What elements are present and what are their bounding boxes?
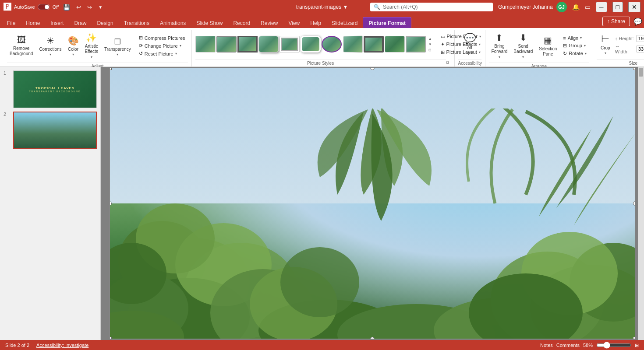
tab-slideshow[interactable]: Slide Show	[191, 18, 228, 28]
handle-mid-right[interactable]	[633, 201, 635, 206]
window-title: transparent-images ▼	[296, 4, 348, 10]
save-button[interactable]: 💾	[61, 3, 72, 11]
height-input[interactable]	[636, 35, 644, 42]
handle-bottom-center[interactable]	[370, 337, 375, 339]
slide-thumb-1[interactable]: 1 TROPICAL LEAVES TRANSPARENT BACKGROUND	[4, 70, 97, 108]
tab-transitions[interactable]: Transitions	[119, 18, 155, 28]
undo-button[interactable]: ↩	[74, 3, 83, 11]
artistic-effects-button[interactable]: ✨ ArtisticEffects ▾	[82, 31, 101, 61]
tab-picture-format[interactable]: Picture Format	[363, 17, 411, 28]
send-backward-icon: ⬇	[520, 32, 527, 43]
tab-record[interactable]: Record	[228, 18, 255, 28]
handle-bottom-left[interactable]	[110, 337, 112, 339]
comments-button[interactable]: Comments	[556, 343, 580, 348]
transparency-button[interactable]: ◻ Transparency ▾	[102, 34, 134, 58]
slide-info: Slide 2 of 2	[5, 343, 29, 348]
reset-pic-icon: ↺	[139, 51, 143, 56]
notifications-icon[interactable]: 🔔	[572, 4, 580, 10]
status-right: Notes Comments 58% ⊞	[540, 342, 639, 349]
adjust-group: 🖼 RemoveBackground ☀ Corrections ▾ 🎨 Col…	[4, 30, 192, 66]
crop-icon: ⊢	[601, 33, 609, 45]
remove-background-button[interactable]: 🖼 RemoveBackground	[7, 33, 35, 58]
style-10[interactable]	[385, 36, 405, 52]
style-5[interactable]	[280, 36, 300, 52]
compress-pictures-button[interactable]: ⊞ Compress Pictures	[136, 34, 188, 42]
tropical-image[interactable]	[110, 68, 635, 339]
rotate-icon: ↻	[563, 51, 567, 56]
style-4[interactable]	[258, 36, 279, 52]
tab-animations[interactable]: Animations	[155, 18, 191, 28]
fit-slide-button[interactable]: ⊞	[635, 343, 639, 348]
gallery-more-button[interactable]: ⊟	[427, 47, 434, 52]
picture-styles-gallery: ▲ ▼ ⊟	[195, 36, 434, 52]
height-label: ↕ Height:	[615, 36, 634, 41]
svg-point-20	[280, 247, 359, 317]
maximize-button[interactable]: □	[612, 2, 623, 12]
status-left: Slide 2 of 2 Accessibility: Investigate	[5, 343, 88, 348]
bring-forward-button[interactable]: ⬆ BringForward ▾	[489, 31, 510, 61]
style-9[interactable]	[364, 36, 384, 52]
app-icon: 🅿	[4, 3, 11, 12]
tab-slidelizard[interactable]: SlideLizard	[326, 18, 363, 28]
tab-file[interactable]: File	[2, 18, 21, 28]
corrections-button[interactable]: ☀ Corrections ▾	[36, 34, 64, 58]
notes-button[interactable]: Notes	[540, 343, 553, 348]
vertical-scrollbar[interactable]	[638, 67, 644, 340]
handle-bottom-right[interactable]	[633, 337, 635, 339]
accessibility-status[interactable]: Accessibility: Investigate	[36, 343, 88, 348]
picture-styles-label: Picture Styles	[195, 60, 446, 66]
ribbon-content: 🖼 RemoveBackground ☀ Corrections ▾ 🎨 Col…	[0, 28, 644, 66]
color-icon: 🎨	[68, 35, 79, 46]
comments-icon[interactable]: 💬	[633, 18, 642, 26]
reset-picture-button[interactable]: ↺ Reset Picture ▾	[136, 50, 188, 57]
tab-design[interactable]: Design	[92, 18, 118, 28]
zoom-slider[interactable]	[596, 342, 631, 349]
ribbon-toggle-icon[interactable]: ▭	[585, 4, 591, 10]
style-1[interactable]	[195, 36, 216, 52]
search-input[interactable]	[383, 4, 484, 10]
tab-home[interactable]: Home	[21, 18, 45, 28]
tab-insert[interactable]: Insert	[45, 18, 69, 28]
scroll-thumb-v[interactable]	[639, 68, 643, 77]
alt-text-button[interactable]: 💬 AltText	[460, 31, 479, 57]
style-7[interactable]	[322, 36, 342, 52]
handle-top-left[interactable]	[110, 68, 112, 70]
change-picture-button[interactable]: ⟳ Change Picture ▾	[136, 42, 188, 49]
close-button[interactable]: ✕	[628, 2, 640, 12]
autosave-state: Off	[53, 4, 59, 10]
search-icon: 🔍	[374, 4, 380, 10]
slide-num-2: 2	[4, 112, 10, 117]
slide-preview-1[interactable]: TROPICAL LEAVES TRANSPARENT BACKGROUND	[13, 70, 97, 108]
color-button[interactable]: 🎨 Color ▾	[65, 34, 81, 58]
rotate-button[interactable]: ↻ Rotate ▾	[560, 50, 589, 57]
autosave-toggle[interactable]	[38, 4, 50, 10]
align-button[interactable]: ≡ Align ▾	[560, 35, 589, 42]
tab-view[interactable]: View	[283, 18, 305, 28]
tab-review[interactable]: Review	[255, 18, 283, 28]
slide-preview-2[interactable]	[13, 112, 97, 149]
minimize-button[interactable]: ─	[596, 2, 607, 12]
send-backward-button[interactable]: ⬇ SendBackward ▾	[511, 31, 535, 61]
style-6[interactable]	[301, 36, 321, 52]
crop-button[interactable]: ⊢ Crop ▾	[597, 32, 614, 57]
share-button[interactable]: ↑ Share	[602, 17, 630, 26]
slide-thumb-2[interactable]: 2	[4, 112, 97, 149]
redo-button[interactable]: ↪	[85, 3, 94, 11]
style-11[interactable]	[406, 36, 426, 52]
gallery-down-button[interactable]: ▼	[427, 42, 434, 47]
width-input[interactable]	[636, 46, 644, 52]
style-8[interactable]	[343, 35, 362, 52]
size-group: ⊢ Crop ▾ ↕ Height: ▲ ▼ ↔ Width:	[593, 30, 644, 66]
tab-help[interactable]: Help	[305, 18, 326, 28]
title-bar-right: 🔍 Gumpelmeyer Johanna GJ 🔔 ▭ ─ □ ✕	[370, 2, 640, 12]
selection-pane-button[interactable]: ▦ SelectionPane	[536, 33, 559, 59]
tab-draw[interactable]: Draw	[69, 18, 92, 28]
handle-top-right[interactable]	[633, 68, 635, 70]
main-area: 1 TROPICAL LEAVES TRANSPARENT BACKGROUND…	[0, 67, 644, 340]
customize-qat-button[interactable]: ▼	[96, 4, 104, 10]
group-button[interactable]: ⊞ Group ▾	[560, 42, 589, 49]
gallery-up-button[interactable]: ▲	[427, 36, 434, 41]
picture-styles-expand[interactable]: ⧉	[446, 60, 449, 65]
style-2[interactable]	[216, 36, 237, 52]
style-3[interactable]	[237, 36, 258, 52]
